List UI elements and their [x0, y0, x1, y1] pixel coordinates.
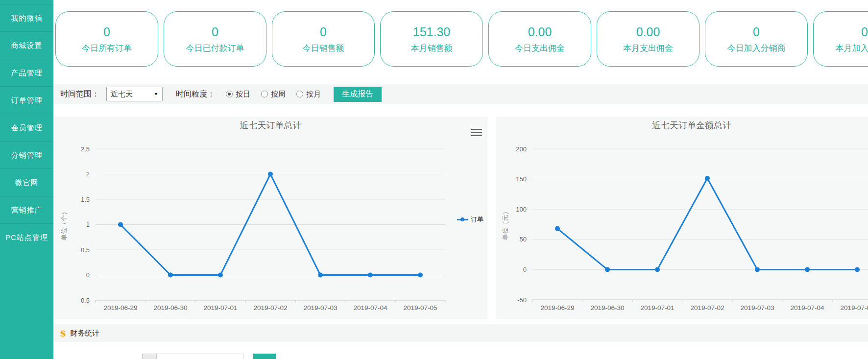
- x-tick-label: 2019-07-01: [203, 304, 237, 311]
- sidebar-item-1[interactable]: 商城设置: [0, 31, 53, 59]
- y-tick-label: 150: [516, 175, 527, 183]
- data-point[interactable]: [418, 273, 423, 278]
- stat-card-value: 0.00: [528, 24, 552, 39]
- x-tick-label: 2019-07-05: [840, 304, 868, 311]
- legend-line-dot-icon: [457, 217, 468, 222]
- stat-card-0: 0今日所有订单: [55, 11, 158, 67]
- sidebar-item-5[interactable]: 分销管理: [0, 141, 53, 168]
- data-point[interactable]: [605, 267, 610, 272]
- orders-chart-panel: 近七天订单总计 2.521.510.50-0.52019-06-292019-0…: [54, 117, 487, 319]
- y-tick-label: 1.5: [81, 196, 90, 203]
- y-tick-label: -0.5: [79, 297, 90, 304]
- granularity-radio-group: 按日按周按月: [215, 90, 321, 99]
- granularity-label: 时间粒度：: [176, 89, 215, 99]
- data-point[interactable]: [555, 226, 560, 231]
- granularity-radio-2[interactable]: 按月: [296, 90, 321, 99]
- data-point[interactable]: [805, 267, 810, 272]
- order-amount-line-chart[interactable]: 200150100500-502019-06-292019-06-302019-…: [496, 117, 868, 319]
- stat-card-3: 151.30本月销售额: [380, 11, 483, 67]
- x-tick-label: 2019-07-04: [790, 304, 824, 311]
- stat-card-label: 今日所有订单: [82, 43, 132, 54]
- radio-unselected-icon[interactable]: [296, 91, 303, 97]
- bottom-text-input[interactable]: [157, 354, 243, 359]
- x-tick-label: 2019-07-02: [690, 304, 724, 311]
- stat-card-value: 151.30: [413, 24, 450, 39]
- data-point[interactable]: [705, 176, 710, 181]
- radio-label: 按月: [306, 90, 321, 99]
- sidebar-item-0[interactable]: 我的微信: [0, 4, 53, 31]
- orders-chart-legend[interactable]: 订单: [457, 215, 483, 224]
- stat-card-value: 0: [103, 24, 110, 39]
- x-tick-label: 2019-07-03: [740, 304, 774, 311]
- y-tick-label: 2.5: [81, 145, 90, 153]
- radio-unselected-icon[interactable]: [261, 91, 268, 97]
- sidebar-item-3[interactable]: 订单管理: [0, 86, 53, 114]
- data-point[interactable]: [218, 273, 223, 278]
- y-tick-label: 200: [516, 145, 527, 153]
- granularity-radio-1[interactable]: 按周: [261, 90, 286, 99]
- stat-card-label: 本月支出佣金: [623, 43, 673, 54]
- data-point[interactable]: [855, 267, 860, 272]
- stat-card-label: 今日加入分销商: [727, 43, 786, 54]
- data-point[interactable]: [655, 267, 660, 272]
- sidebar: 我的微信商城设置产品管理订单管理会员管理分销管理微官网营销推广PC站点管理: [0, 0, 53, 359]
- sidebar-item-2[interactable]: 产品管理: [0, 59, 53, 86]
- bottom-action-button[interactable]: [253, 354, 276, 359]
- granularity-radio-0[interactable]: 按日: [226, 90, 250, 99]
- y-tick-label: 0: [523, 266, 527, 273]
- x-tick-label: 2019-07-01: [640, 304, 674, 311]
- y-tick-label: 2: [86, 170, 90, 178]
- x-tick-label: 2019-06-30: [590, 304, 624, 311]
- stat-card-value: 0: [320, 24, 327, 39]
- orders-line-chart[interactable]: 2.521.510.50-0.52019-06-292019-06-302019…: [54, 117, 487, 319]
- sidebar-item-6[interactable]: 微官网: [0, 168, 53, 196]
- x-tick-label: 2019-06-29: [540, 304, 574, 311]
- x-tick-label: 2019-06-29: [103, 304, 137, 311]
- y-tick-label: 0.5: [81, 246, 90, 254]
- x-tick-label: 2019-07-03: [303, 304, 337, 311]
- y-tick-label: -50: [517, 296, 527, 304]
- radio-selected-icon[interactable]: [226, 91, 233, 97]
- legend-label: 订单: [471, 215, 483, 224]
- stat-card-label: 本月加入分销商: [836, 43, 868, 54]
- y-tick-label: 100: [516, 206, 527, 213]
- stat-card-label: 今日销售额: [303, 43, 344, 54]
- radio-label: 按日: [236, 90, 250, 99]
- time-range-label: 时间范围：: [60, 89, 99, 99]
- x-tick-label: 2019-07-04: [353, 304, 387, 311]
- data-point[interactable]: [368, 273, 373, 278]
- x-tick-label: 2019-06-30: [153, 304, 187, 311]
- data-point[interactable]: [168, 273, 173, 278]
- stat-card-value: 0: [861, 24, 868, 39]
- stat-cards-row: 0今日所有订单0今日已付款订单0今日销售额151.30本月销售额0.00今日支出…: [55, 11, 868, 67]
- y-tick-label: 0: [86, 271, 90, 279]
- time-range-select[interactable]: 近七天 ▼: [106, 87, 163, 101]
- radio-label: 按周: [271, 90, 286, 99]
- stat-card-value: 0: [212, 24, 218, 39]
- time-range-selected-value: 近七天: [111, 90, 133, 99]
- generate-report-button[interactable]: 生成报告: [334, 87, 382, 102]
- y-tick-label: 50: [520, 236, 527, 243]
- stat-card-2: 0今日销售额: [272, 11, 375, 67]
- stat-card-4: 0.00今日支出佣金: [488, 11, 591, 67]
- stat-card-value: 0: [753, 24, 760, 39]
- finance-section-title: 财务统计: [70, 329, 99, 338]
- stat-card-7: 0本月加入分销商: [813, 11, 868, 67]
- y-tick-label: 1: [86, 221, 90, 228]
- y-axis-name: 单位（个）: [60, 209, 68, 240]
- series-line: [557, 178, 857, 269]
- data-point[interactable]: [118, 222, 123, 227]
- filter-bar: 时间范围： 近七天 ▼ 时间粒度： 按日按周按月 生成报告: [54, 84, 868, 104]
- sidebar-item-4[interactable]: 会员管理: [0, 114, 53, 141]
- stat-card-label: 本月销售额: [411, 43, 453, 54]
- finance-section-header: $ 财务统计: [54, 324, 868, 342]
- bottom-input-addon[interactable]: [142, 354, 157, 359]
- sidebar-item-8[interactable]: PC站点管理: [0, 223, 53, 251]
- stat-card-label: 今日支出佣金: [515, 43, 565, 54]
- x-tick-label: 2019-07-02: [253, 304, 287, 311]
- sidebar-menu: 我的微信商城设置产品管理订单管理会员管理分销管理微官网营销推广PC站点管理: [0, 4, 53, 251]
- data-point[interactable]: [318, 273, 323, 278]
- sidebar-item-7[interactable]: 营销推广: [0, 196, 53, 223]
- data-point[interactable]: [268, 172, 273, 177]
- data-point[interactable]: [755, 267, 760, 272]
